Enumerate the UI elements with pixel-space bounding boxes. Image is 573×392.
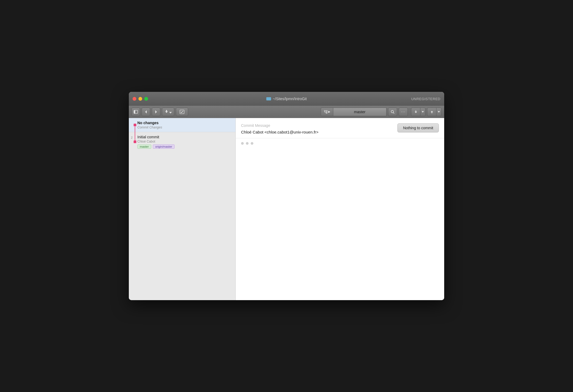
- title-icon: [266, 97, 271, 100]
- origin-master-tag: origin/master: [153, 144, 175, 149]
- master-tag: master: [137, 144, 151, 149]
- toolbar: master ···: [129, 106, 444, 118]
- right-content-area: [236, 148, 444, 300]
- right-panel: Commit Message Chloé Cabot <chloe.cabot1…: [236, 118, 444, 300]
- commit-author: Chloé Cabot: [137, 140, 232, 143]
- commit-message-left: Commit Message Chloé Cabot <chloe.cabot1…: [241, 123, 319, 134]
- close-button[interactable]: [133, 97, 136, 101]
- svg-marker-21: [438, 111, 440, 113]
- svg-point-8: [324, 110, 325, 111]
- svg-point-10: [326, 110, 327, 111]
- commit-tags: master origin/master: [137, 144, 232, 149]
- forward-button[interactable]: [152, 108, 160, 116]
- push-button-group: [427, 108, 442, 116]
- commit-number: 2: [131, 136, 133, 139]
- pull-dropdown-button[interactable]: [420, 108, 425, 116]
- push-button[interactable]: [427, 108, 436, 116]
- sidebar-toggle-button[interactable]: [131, 108, 140, 116]
- commit-button[interactable]: [176, 108, 188, 116]
- commit-author-info: Chloé Cabot <chloe.cabot1@univ-rouen.fr>: [241, 130, 319, 134]
- window-title-area: ~/Sites/lpmn/IntroGit: [266, 97, 307, 101]
- svg-marker-3: [155, 110, 157, 113]
- commit-message-area: Commit Message Chloé Cabot <chloe.cabot1…: [236, 118, 444, 138]
- dots-indicator: [236, 138, 444, 148]
- svg-marker-2: [145, 110, 147, 113]
- svg-marker-13: [328, 111, 330, 113]
- unregistered-label: UNREGISTERED: [411, 97, 440, 101]
- nothing-to-commit-button[interactable]: Nothing to commit: [397, 123, 439, 132]
- svg-line-15: [393, 113, 394, 114]
- main-content: No changes Commit Changes 2 Initial comm…: [129, 118, 444, 300]
- branch-selector[interactable]: master: [321, 108, 386, 116]
- stage-button[interactable]: [162, 108, 174, 116]
- no-changes-item[interactable]: No changes Commit Changes: [129, 118, 235, 132]
- svg-marker-18: [422, 111, 424, 113]
- commit-name: Initial commit: [137, 135, 232, 139]
- maximize-button[interactable]: [144, 97, 148, 101]
- pull-button-group: [411, 108, 425, 116]
- branch-left-button[interactable]: [321, 108, 333, 116]
- more-button[interactable]: ···: [399, 108, 408, 116]
- commit-message-label: Commit Message: [241, 123, 319, 128]
- main-window: ~/Sites/lpmn/IntroGit UNREGISTERED: [129, 92, 444, 300]
- no-changes-subtitle: Commit Changes: [137, 126, 232, 129]
- svg-rect-17: [415, 111, 416, 112]
- title-bar: ~/Sites/lpmn/IntroGit UNREGISTERED: [129, 92, 444, 106]
- svg-point-14: [391, 111, 394, 113]
- back-button[interactable]: [142, 108, 150, 116]
- minimize-button[interactable]: [138, 97, 142, 101]
- commit-list: No changes Commit Changes 2 Initial comm…: [129, 118, 235, 151]
- commit-dot-1: [134, 124, 136, 126]
- left-panel: No changes Commit Changes 2 Initial comm…: [129, 118, 236, 300]
- svg-rect-1: [134, 110, 135, 113]
- push-dropdown-button[interactable]: [436, 108, 442, 116]
- no-changes-title: No changes: [137, 121, 232, 125]
- branch-name: master: [333, 108, 386, 116]
- svg-marker-6: [169, 112, 172, 113]
- commit-dot-2: [134, 140, 136, 143]
- dot-3: [251, 142, 253, 145]
- svg-rect-20: [431, 112, 432, 113]
- search-button[interactable]: [388, 108, 397, 116]
- svg-rect-5: [166, 110, 167, 112]
- initial-commit-item[interactable]: 2 Initial commit Chloé Cabot master orig…: [129, 132, 235, 151]
- pull-button[interactable]: [411, 108, 420, 116]
- window-title: ~/Sites/lpmn/IntroGit: [273, 97, 307, 101]
- traffic-lights: [133, 97, 148, 101]
- dot-1: [241, 142, 244, 145]
- dot-2: [246, 142, 249, 145]
